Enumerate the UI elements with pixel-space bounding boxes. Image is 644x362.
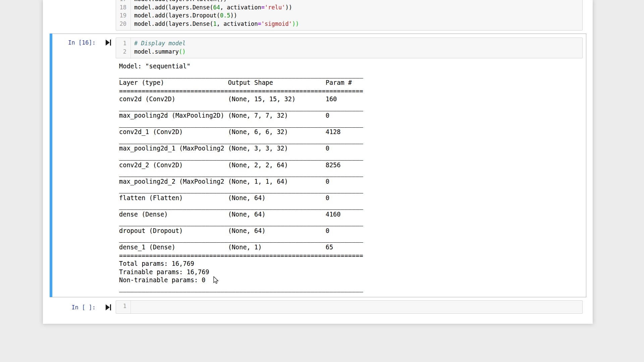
input-prompt: In [ ]: [50,304,96,311]
line-number-gutter: 1 [116,301,131,313]
mouse-cursor [212,276,220,285]
model-summary-output: Model: "sequential" ____________________… [119,62,363,293]
code-line: model.summary() [134,48,581,56]
line-number: 17 [116,0,130,3]
code-line: # Display model [134,39,581,48]
line-number-gutter: 17181920 [116,0,131,30]
line-number: 19 [116,11,130,20]
code-line: model.add(layers.Flatten()) [134,0,581,3]
selected-cell-indicator-bar [50,34,52,297]
code-cell-empty-input[interactable]: 1 [116,300,583,314]
code-cell-previous-input[interactable]: 17181920 model.add(layers.Flatten())mode… [116,0,583,31]
code-line: model.add(layers.Dense(1, activation='si… [134,20,581,28]
code-line [134,302,581,310]
line-number: 1 [116,302,130,310]
line-number: 18 [116,3,130,12]
code-editor[interactable]: model.add(layers.Flatten())model.add(lay… [131,0,582,29]
line-number: 1 [116,39,130,48]
code-line: model.add(layers.Dense(64, activation='r… [134,3,581,12]
line-number-gutter: 12 [116,38,131,58]
code-cell-active-input[interactable]: 12 # Display modelmodel.summary() [116,38,583,58]
run-cell-icon[interactable] [105,304,112,311]
line-number: 2 [116,48,130,56]
code-editor[interactable] [131,301,582,312]
line-number: 20 [116,20,130,28]
code-line: model.add(layers.Dropout(0.5)) [134,11,581,20]
run-cell-icon[interactable] [105,39,112,46]
input-prompt: In [16]: [50,39,96,46]
code-editor[interactable]: # Display modelmodel.summary() [131,38,582,57]
